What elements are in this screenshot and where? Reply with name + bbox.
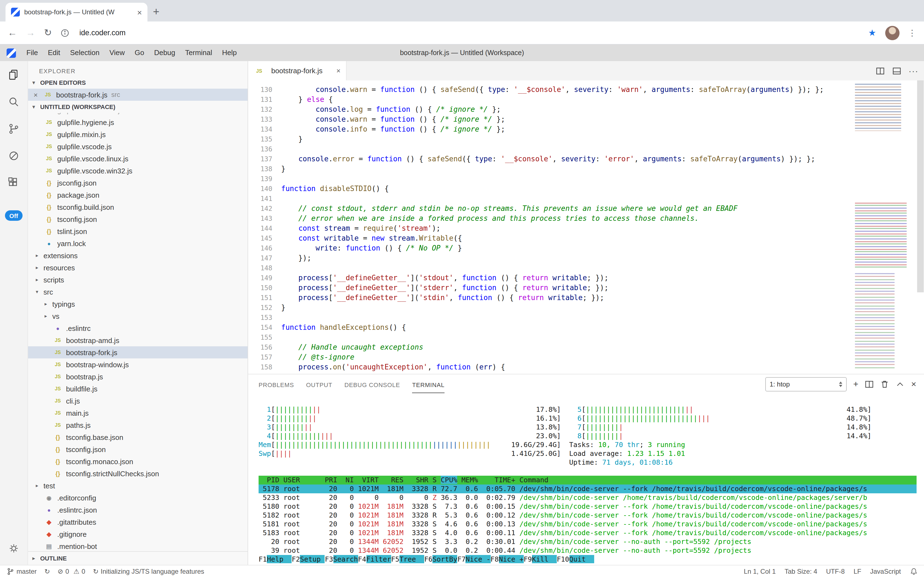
tree-item-tsconfig-monaco-json[interactable]: tsconfig.monaco.json — [28, 455, 247, 467]
language-mode[interactable]: JavaScript — [870, 567, 901, 575]
js-file-icon — [42, 92, 53, 97]
outline-section-header[interactable]: ▸ OUTLINE — [28, 551, 247, 565]
code-editor[interactable]: 130 console.warn = function () { safeSen… — [248, 81, 924, 374]
tree-item--eslintrc[interactable]: .eslintrc — [28, 322, 247, 334]
split-editor-icon[interactable] — [876, 66, 884, 75]
new-tab-button[interactable]: + — [153, 5, 159, 18]
tree-item--eslintrc-json[interactable]: .eslintrc.json — [28, 504, 247, 516]
sync-icon[interactable]: ↻ — [44, 567, 50, 575]
tree-item-tsconfig-build-json[interactable]: tsconfig.build.json — [28, 201, 247, 213]
tree-item-bootstrap-amd-js[interactable]: bootstrap-amd.js — [28, 334, 247, 346]
cursor-position[interactable]: Ln 1, Col 1 — [744, 567, 776, 575]
debug-icon[interactable] — [0, 142, 27, 169]
tree-item-tsconfig-strictnullchecks-json[interactable]: tsconfig.strictNullChecks.json — [28, 467, 247, 480]
panel-tab-output[interactable]: OUTPUT — [306, 376, 332, 393]
tree-item-scripts[interactable]: ▸scripts — [28, 274, 247, 286]
tree-item-vs[interactable]: ▸vs — [28, 310, 247, 322]
address-bar[interactable]: ide.coder.com — [79, 29, 126, 37]
tree-item-resources[interactable]: ▸resources — [28, 261, 247, 274]
back-icon[interactable]: ← — [8, 27, 17, 38]
branch-indicator[interactable]: master — [6, 567, 37, 575]
split-terminal-icon[interactable] — [865, 380, 874, 389]
indentation-indicator[interactable]: Tab Size: 4 — [784, 567, 817, 575]
notifications-bell-icon[interactable] — [910, 567, 918, 575]
tree-item-extensions[interactable]: ▸extensions — [28, 250, 247, 261]
settings-gear-icon[interactable] — [0, 535, 27, 562]
menu-help[interactable]: Help — [217, 45, 242, 61]
close-panel-icon[interactable]: × — [911, 380, 916, 389]
menu-terminal[interactable]: Terminal — [180, 45, 217, 61]
minimap[interactable] — [853, 81, 916, 374]
server-off-badge[interactable]: Off — [5, 210, 22, 221]
eol-indicator[interactable]: LF — [853, 567, 861, 575]
tree-item-tsconfig-json[interactable]: tsconfig.json — [28, 443, 247, 455]
tree-item--gitattributes[interactable]: .gitattributes — [28, 516, 247, 528]
tree-item-test[interactable]: ▸test — [28, 480, 247, 492]
tree-item-gulpfile-hygiene-js[interactable]: gulpfile.hygiene.js — [28, 116, 247, 128]
kill-terminal-icon[interactable] — [880, 380, 889, 389]
tree-item--mention-bot[interactable]: .mention-bot — [28, 540, 247, 551]
source-control-icon[interactable] — [0, 115, 27, 142]
workspace-header[interactable]: ▾ UNTITLED (WORKSPACE) — [28, 101, 247, 113]
tree-item-gulpfile-vscode-win32-js[interactable]: gulpfile.vscode.win32.js — [28, 164, 247, 177]
tree-item-package-json[interactable]: package.json — [28, 189, 247, 201]
editor-scrollbar[interactable] — [916, 81, 924, 374]
panel-tab-terminal[interactable]: TERMINAL — [412, 376, 445, 393]
tree-item-gulpfile-mixin-js[interactable]: gulpfile.mixin.js — [28, 128, 247, 140]
menu-file[interactable]: File — [21, 45, 43, 61]
panel-tab-debug-console[interactable]: DEBUG CONSOLE — [344, 376, 400, 393]
site-info-icon[interactable] — [61, 28, 70, 37]
tree-item-jsconfig-json[interactable]: jsconfig.json — [28, 177, 247, 189]
profile-avatar[interactable] — [885, 26, 899, 40]
tree-item--gitignore[interactable]: .gitignore — [28, 528, 247, 540]
explorer-icon[interactable] — [0, 61, 27, 88]
reload-icon[interactable]: ↻ — [44, 27, 52, 39]
problems-indicator[interactable]: ⊘0 ⚠0 — [58, 567, 85, 575]
tree-item-tslint-json[interactable]: tslint.json — [28, 225, 247, 237]
menu-go[interactable]: Go — [130, 45, 149, 61]
tree-item--editorconfig[interactable]: .editorconfig — [28, 492, 247, 504]
tree-item-gulpfile-extensions-js[interactable]: gulpfile.extensions.js — [28, 113, 247, 116]
menu-selection[interactable]: Selection — [65, 45, 104, 61]
open-editors-header[interactable]: ▾ OPEN EDITORS — [28, 77, 247, 89]
open-editor-item[interactable]: × bootstrap-fork.js src — [28, 89, 247, 101]
maximize-panel-icon[interactable] — [896, 380, 905, 389]
tree-item-bootstrap-window-js[interactable]: bootstrap-window.js — [28, 358, 247, 371]
extensions-icon[interactable] — [0, 169, 27, 196]
menu-view[interactable]: View — [104, 45, 130, 61]
scrollbar-thumb[interactable] — [917, 81, 924, 292]
menu-debug[interactable]: Debug — [149, 45, 180, 61]
tab-close-icon[interactable]: × — [336, 67, 341, 75]
tree-item-cli-js[interactable]: cli.js — [28, 395, 247, 407]
tab-close-icon[interactable]: × — [137, 8, 142, 16]
menu-edit[interactable]: Edit — [43, 45, 65, 61]
tree-item-gulpfile-vscode-linux-js[interactable]: gulpfile.vscode.linux.js — [28, 153, 247, 164]
tree-item-src[interactable]: ▾src — [28, 286, 247, 298]
tree-item-main-js[interactable]: main.js — [28, 407, 247, 419]
tree-item-buildfile-js[interactable]: buildfile.js — [28, 383, 247, 395]
browser-menu-icon[interactable]: ⋮ — [908, 28, 916, 38]
more-actions-icon[interactable]: ··· — [909, 66, 919, 76]
status-message[interactable]: ↻ Initializing JS/TS language features — [93, 567, 204, 575]
editor-tab-bootstrap-fork[interactable]: bootstrap-fork.js × — [248, 61, 347, 81]
terminal-select[interactable]: 1: htop — [765, 377, 847, 392]
tree-item-typings[interactable]: ▸typings — [28, 298, 247, 310]
encoding-indicator[interactable]: UTF-8 — [826, 567, 845, 575]
tree-item-gulpfile-vscode-js[interactable]: gulpfile.vscode.js — [28, 140, 247, 153]
tree-item-bootstrap-js[interactable]: bootstrap.js — [28, 371, 247, 383]
new-terminal-icon[interactable]: + — [853, 380, 858, 389]
editor-layout-icon[interactable] — [892, 66, 901, 75]
close-icon[interactable]: × — [34, 90, 42, 99]
bookmark-star-icon[interactable]: ★ — [868, 27, 876, 38]
tree-item-tsconfig-base-json[interactable]: tsconfig.base.json — [28, 431, 247, 443]
tree-item-yarn-lock[interactable]: yarn.lock — [28, 237, 247, 250]
search-icon[interactable] — [0, 88, 27, 115]
tree-item-paths-js[interactable]: paths.js — [28, 419, 247, 431]
tree-item-tsconfig-json[interactable]: tsconfig.json — [28, 213, 247, 225]
browser-tab[interactable]: bootstrap-fork.js — Untitled (W × — [5, 3, 148, 21]
file-file-icon — [43, 543, 55, 550]
tree-item-bootstrap-fork-js[interactable]: bootstrap-fork.js — [28, 346, 247, 358]
forward-icon[interactable]: → — [26, 27, 35, 38]
terminal[interactable]: 1[||||||||||| 17.8%] 5[|||||||||||||||||… — [248, 394, 924, 565]
panel-tab-problems[interactable]: PROBLEMS — [259, 376, 294, 393]
